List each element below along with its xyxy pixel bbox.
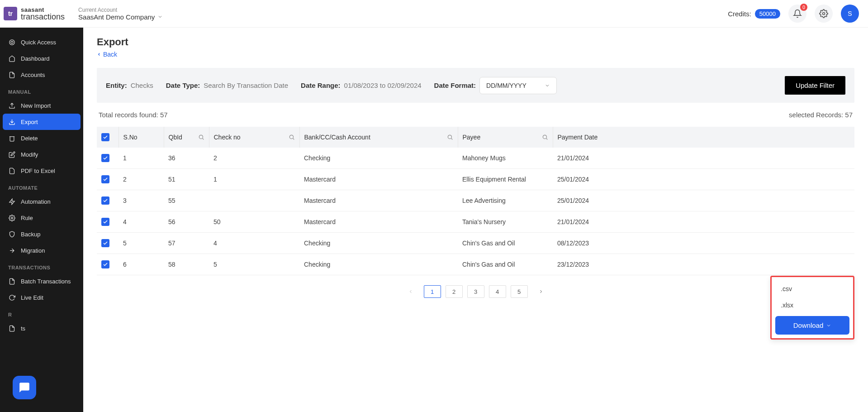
search-qbid-icon[interactable] (198, 134, 204, 140)
sidebar-item-ts[interactable]: ts (0, 320, 83, 336)
col-paymentdate: Payment Date (553, 127, 854, 148)
sidebar-item-live-edit[interactable]: Live Edit (0, 289, 83, 306)
refresh-icon (8, 294, 15, 301)
row-checkbox[interactable] (101, 154, 109, 162)
page-3[interactable]: 3 (467, 285, 484, 298)
row-checkbox[interactable] (101, 175, 109, 183)
chevron-left-icon (97, 52, 101, 57)
download-xlsx-option[interactable]: .xlsx (775, 297, 849, 313)
sidebar-item-batch-transactions[interactable]: Batch Transactions (0, 273, 83, 289)
sidebar-item-quick-access[interactable]: Quick Access (0, 34, 83, 50)
sidebar-item-dashboard[interactable]: Dashboard (0, 50, 83, 67)
row-checkbox[interactable] (101, 218, 109, 226)
chevron-down-icon (826, 323, 831, 328)
svg-line-13 (451, 139, 452, 140)
sidebar-item-pdf-to-excel[interactable]: PDF to Excel (0, 163, 83, 179)
credits-label: Credits: (728, 10, 751, 18)
home-icon (8, 55, 15, 62)
chevron-left-icon (408, 289, 413, 294)
back-link[interactable]: Back (97, 51, 117, 58)
nav-section-transactions: TRANSACTIONS (0, 259, 83, 273)
cell-checkno (209, 190, 299, 211)
col-qbid-label: QbId (169, 134, 182, 141)
chat-fab[interactable] (13, 376, 36, 399)
col-checkno: Check no (209, 127, 299, 148)
row-checkbox[interactable] (101, 196, 109, 205)
col-payee-label: Payee (463, 134, 481, 141)
svg-point-1 (9, 39, 14, 44)
row-checkbox[interactable] (101, 260, 109, 268)
sidebar-item-label: Rule (21, 215, 33, 221)
target-icon (8, 38, 15, 46)
filter-dateformat: Date Format: DD/MM/YYYY (434, 77, 557, 94)
cell-payee: Chin's Gas and Oil (458, 233, 553, 254)
trash-icon (8, 134, 15, 142)
page-next[interactable] (532, 285, 550, 298)
download-popover: .csv .xlsx Download (770, 276, 854, 340)
chevron-down-icon (157, 14, 163, 19)
page-4[interactable]: 4 (489, 285, 506, 298)
dateformat-select[interactable]: DD/MM/YYYY (479, 77, 557, 94)
sidebar-item-modify[interactable]: Modify (0, 146, 83, 163)
selected-records: selected Records: 57 (789, 111, 853, 119)
user-avatar[interactable]: S (841, 5, 859, 23)
sidebar-item-backup[interactable]: Backup (0, 226, 83, 242)
download-csv-option[interactable]: .csv (775, 281, 849, 297)
cell-checkno: 2 (209, 148, 299, 169)
credits-badge: 50000 (755, 9, 780, 19)
page-prev[interactable] (402, 285, 419, 298)
table-row[interactable]: 3 55 Mastercard Lee Advertising 25/01/20… (97, 190, 854, 211)
sidebar-item-new-import[interactable]: New Import (0, 97, 83, 114)
table-row[interactable]: 2 51 1 Mastercard Ellis Equipment Rental… (97, 169, 854, 190)
notifications-button[interactable]: 0 (788, 5, 806, 23)
logo[interactable]: tr saasant transactions (4, 7, 65, 21)
cell-qbid: 56 (164, 211, 209, 233)
page-5[interactable]: 5 (511, 285, 528, 298)
table-row[interactable]: 1 36 2 Checking Mahoney Mugs 21/01/2024 (97, 148, 854, 169)
cell-qbid: 58 (164, 254, 209, 275)
sidebar-item-accounts[interactable]: Accounts (0, 67, 83, 83)
cell-checkno: 5 (209, 254, 299, 275)
sidebar-item-export[interactable]: Export (3, 114, 81, 130)
search-account-icon[interactable] (447, 134, 453, 140)
sidebar-item-label: Accounts (21, 72, 45, 78)
download-button[interactable]: Download (775, 316, 849, 335)
search-payee-icon[interactable] (542, 134, 548, 140)
cell-qbid: 57 (164, 233, 209, 254)
cell-payee: Tania's Nursery (458, 211, 553, 233)
table-row[interactable]: 6 58 5 Checking Chin's Gas and Oil 23/12… (97, 254, 854, 275)
gear-icon (819, 9, 828, 18)
col-sno: S.No (119, 127, 164, 148)
sidebar: Quick AccessDashboardAccounts MANUAL New… (0, 0, 83, 412)
cell-checkno: 50 (209, 211, 299, 233)
cell-date: 21/01/2024 (553, 211, 854, 233)
filter-daterange-value: 01/08/2023 to 02/09/2024 (344, 81, 422, 89)
cell-account: Mastercard (299, 211, 458, 233)
settings-button[interactable] (815, 5, 833, 23)
doc-icon (8, 71, 15, 78)
page-1[interactable]: 1 (424, 285, 441, 298)
svg-line-15 (546, 139, 547, 140)
search-checkno-icon[interactable] (289, 134, 295, 140)
main-content: Export Back Entity: Checks Date Type: Se… (83, 0, 868, 412)
svg-point-2 (11, 41, 13, 43)
table-row[interactable]: 5 57 4 Checking Chin's Gas and Oil 08/12… (97, 233, 854, 254)
cell-qbid: 36 (164, 148, 209, 169)
row-checkbox[interactable] (101, 239, 109, 247)
sidebar-item-migration[interactable]: Migration (0, 242, 83, 259)
sidebar-item-delete[interactable]: Delete (0, 130, 83, 146)
notification-count: 0 (800, 4, 807, 11)
select-all-checkbox[interactable] (101, 133, 109, 141)
sidebar-item-rule[interactable]: Rule (0, 210, 83, 226)
page-2[interactable]: 2 (446, 285, 463, 298)
sidebar-item-label: Modify (21, 151, 38, 158)
filter-datetype: Date Type: Search By Transaction Date (166, 81, 288, 89)
update-filter-button[interactable]: Update Filter (785, 76, 845, 95)
table-row[interactable]: 4 56 50 Mastercard Tania's Nursery 21/01… (97, 211, 854, 233)
cell-sno: 3 (119, 190, 164, 211)
col-payee: Payee (458, 127, 553, 148)
cell-sno: 2 (119, 169, 164, 190)
svg-point-14 (543, 135, 546, 139)
account-switcher[interactable]: Current Account SaasAnt Demo Company (78, 7, 163, 21)
sidebar-item-automation[interactable]: Automation (0, 193, 83, 210)
